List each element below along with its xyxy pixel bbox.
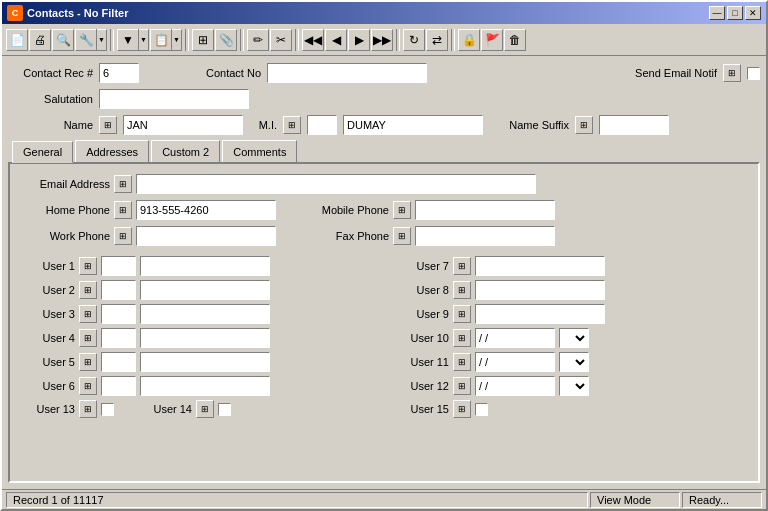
- user5-code[interactable]: [101, 352, 136, 372]
- user3-input[interactable]: [140, 304, 270, 324]
- zoom-button[interactable]: ⊞: [192, 29, 214, 51]
- contact-rec-input[interactable]: [99, 63, 139, 83]
- user7-input[interactable]: [475, 256, 605, 276]
- home-phone-input[interactable]: [136, 200, 276, 220]
- mi-input[interactable]: [307, 115, 337, 135]
- user12-dropdown[interactable]: [559, 376, 589, 396]
- send-email-button[interactable]: ⊞: [723, 64, 741, 82]
- name-lookup-button[interactable]: ⊞: [99, 116, 117, 134]
- print-button[interactable]: 🖨: [29, 29, 51, 51]
- prev-button[interactable]: ◀: [325, 29, 347, 51]
- user9-label: User 9: [394, 308, 449, 320]
- tab-comments[interactable]: Comments: [222, 140, 297, 162]
- user15-checkbox[interactable]: [475, 403, 488, 416]
- next-button[interactable]: ▶: [348, 29, 370, 51]
- mi-label: M.I.: [249, 119, 277, 131]
- user3-btn[interactable]: ⊞: [79, 305, 97, 323]
- user3-code[interactable]: [101, 304, 136, 324]
- user15-label: User 15: [394, 403, 449, 415]
- last-name-input[interactable]: [343, 115, 483, 135]
- user14-btn[interactable]: ⊞: [196, 400, 214, 418]
- user6-input[interactable]: [140, 376, 270, 396]
- view-button[interactable]: 📋 ▼: [150, 29, 182, 51]
- sync-button[interactable]: ⇄: [426, 29, 448, 51]
- user5-input[interactable]: [140, 352, 270, 372]
- user10-input[interactable]: [475, 328, 555, 348]
- send-email-label: Send Email Notif: [617, 67, 717, 79]
- email-input[interactable]: [136, 174, 536, 194]
- user8-btn[interactable]: ⊞: [453, 281, 471, 299]
- user14-checkbox[interactable]: [218, 403, 231, 416]
- edit-button[interactable]: ✏: [247, 29, 269, 51]
- prev-prev-button[interactable]: ◀◀: [302, 29, 324, 51]
- user2-code[interactable]: [101, 280, 136, 300]
- user13-checkbox[interactable]: [101, 403, 114, 416]
- find-button[interactable]: 🔍: [52, 29, 74, 51]
- user6-code[interactable]: [101, 376, 136, 396]
- user7-btn[interactable]: ⊞: [453, 257, 471, 275]
- user10-dropdown[interactable]: [559, 328, 589, 348]
- minimize-button[interactable]: —: [709, 6, 725, 20]
- fax-phone-input[interactable]: [415, 226, 555, 246]
- mobile-phone-input[interactable]: [415, 200, 555, 220]
- user4-input[interactable]: [140, 328, 270, 348]
- user11-btn[interactable]: ⊞: [453, 353, 471, 371]
- user6-btn[interactable]: ⊞: [79, 377, 97, 395]
- contact-no-input[interactable]: [267, 63, 427, 83]
- suffix-input[interactable]: [599, 115, 669, 135]
- user10-row: User 10 ⊞: [394, 328, 748, 348]
- maximize-button[interactable]: □: [727, 6, 743, 20]
- contact-no-label: Contact No: [191, 67, 261, 79]
- work-phone-input[interactable]: [136, 226, 276, 246]
- mi-button[interactable]: ⊞: [283, 116, 301, 134]
- scissors-button[interactable]: ✂: [270, 29, 292, 51]
- tab-general[interactable]: General: [12, 141, 73, 163]
- tools-button[interactable]: 🔧 ▼: [75, 29, 107, 51]
- send-email-checkbox[interactable]: [747, 67, 760, 80]
- user11-input[interactable]: [475, 352, 555, 372]
- fax-phone-btn[interactable]: ⊞: [393, 227, 411, 245]
- new-button[interactable]: 📄: [6, 29, 28, 51]
- home-phone-btn[interactable]: ⊞: [114, 201, 132, 219]
- user4-btn[interactable]: ⊞: [79, 329, 97, 347]
- user2-btn[interactable]: ⊞: [79, 281, 97, 299]
- user1-btn[interactable]: ⊞: [79, 257, 97, 275]
- user1-input[interactable]: [140, 256, 270, 276]
- name-suffix-label: Name Suffix: [489, 119, 569, 131]
- email-btn[interactable]: ⊞: [114, 175, 132, 193]
- mobile-phone-btn[interactable]: ⊞: [393, 201, 411, 219]
- tab-custom2[interactable]: Custom 2: [151, 140, 220, 162]
- user1-code[interactable]: [101, 256, 136, 276]
- user5-btn[interactable]: ⊞: [79, 353, 97, 371]
- next-next-button[interactable]: ▶▶: [371, 29, 393, 51]
- salutation-input[interactable]: [99, 89, 249, 109]
- user10-btn[interactable]: ⊞: [453, 329, 471, 347]
- user4-code[interactable]: [101, 328, 136, 348]
- user12-row: User 12 ⊞: [394, 376, 748, 396]
- first-name-input[interactable]: [123, 115, 243, 135]
- user9-input[interactable]: [475, 304, 605, 324]
- lock-button[interactable]: 🔒: [458, 29, 480, 51]
- tab-addresses[interactable]: Addresses: [75, 140, 149, 162]
- delete-button[interactable]: 🗑: [504, 29, 526, 51]
- separator-6: [451, 29, 455, 51]
- user11-dropdown[interactable]: [559, 352, 589, 372]
- user13-btn[interactable]: ⊞: [79, 400, 97, 418]
- user10-label: User 10: [394, 332, 449, 344]
- flag-button[interactable]: 🚩: [481, 29, 503, 51]
- filter-button[interactable]: ▼ ▼: [117, 29, 149, 51]
- user15-btn[interactable]: ⊞: [453, 400, 471, 418]
- user8-input[interactable]: [475, 280, 605, 300]
- attach-button[interactable]: 📎: [215, 29, 237, 51]
- close-button[interactable]: ✕: [745, 6, 761, 20]
- user9-btn[interactable]: ⊞: [453, 305, 471, 323]
- user12-btn[interactable]: ⊞: [453, 377, 471, 395]
- panel-inner: Email Address ⊞ Home Phone ⊞ Mobile Phon…: [20, 174, 748, 418]
- user12-input[interactable]: [475, 376, 555, 396]
- suffix-button[interactable]: ⊞: [575, 116, 593, 134]
- user12-label: User 12: [394, 380, 449, 392]
- work-phone-btn[interactable]: ⊞: [114, 227, 132, 245]
- view-mode: View Mode: [597, 494, 651, 506]
- user2-input[interactable]: [140, 280, 270, 300]
- refresh-button[interactable]: ↻: [403, 29, 425, 51]
